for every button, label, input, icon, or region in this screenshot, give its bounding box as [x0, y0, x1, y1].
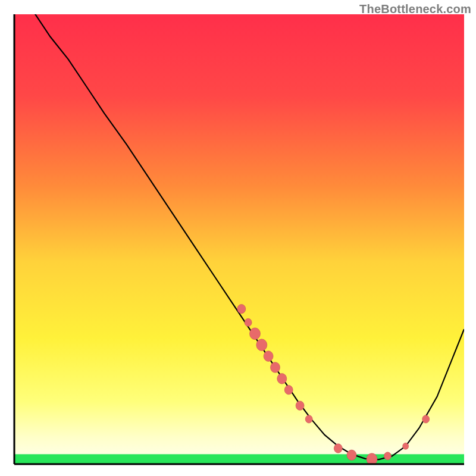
data-marker: [384, 452, 392, 460]
data-marker: [334, 444, 342, 453]
data-marker: [256, 339, 267, 351]
data-marker: [245, 318, 252, 326]
data-marker: [296, 401, 304, 410]
gradient-background: [14, 14, 464, 464]
data-marker: [237, 305, 246, 314]
data-marker: [422, 415, 430, 423]
watermark-text: TheBottleneck.com: [359, 2, 471, 16]
data-marker: [347, 450, 356, 461]
data-marker: [305, 415, 312, 423]
data-marker: [277, 374, 287, 384]
data-marker: [284, 386, 293, 394]
data-marker: [264, 351, 273, 362]
data-marker: [250, 328, 261, 340]
data-marker: [271, 362, 280, 373]
chart-stage: TheBottleneck.com: [0, 0, 476, 476]
green-band: [14, 454, 464, 464]
chart-svg: [0, 0, 476, 476]
data-marker: [403, 443, 409, 449]
